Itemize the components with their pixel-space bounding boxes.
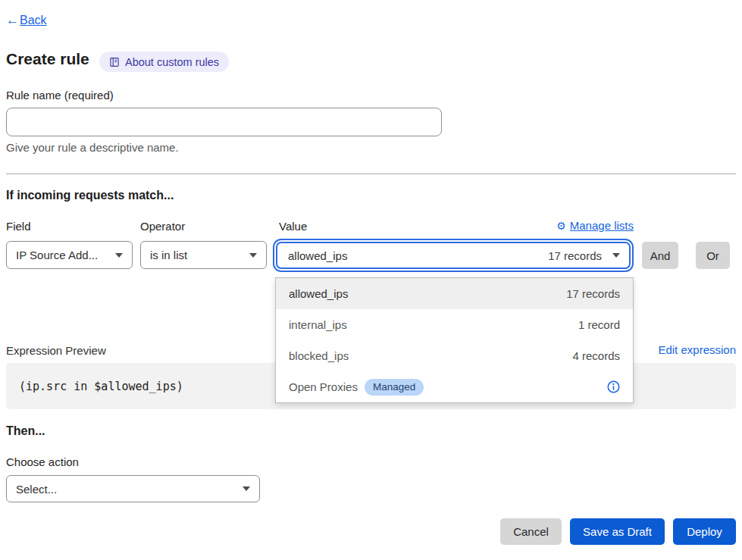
field-select-value: IP Source Add... [16, 249, 109, 261]
chevron-down-icon [115, 253, 123, 258]
or-button[interactable]: Or [696, 242, 730, 269]
about-badge-label: About custom rules [125, 56, 219, 68]
value-dropdown-menu: allowed_ips 17 records internal_ips 1 re… [275, 277, 634, 403]
list-item-name: internal_ips [289, 318, 571, 331]
value-select-value: allowed_ips [288, 249, 542, 262]
list-item-internal-ips[interactable]: internal_ips 1 record [276, 309, 633, 340]
list-item-name: Open Proxies [289, 380, 358, 393]
rule-name-helper: Give your rule a descriptive name. [6, 141, 179, 154]
chevron-down-icon [612, 253, 620, 258]
choose-action-label: Choose action [6, 455, 79, 468]
rule-name-input[interactable] [6, 108, 442, 136]
save-as-draft-button[interactable]: Save as Draft [570, 518, 665, 545]
list-item-name: allowed_ips [289, 287, 559, 300]
edit-expression-link[interactable]: Edit expression [658, 343, 736, 356]
list-item-open-proxies[interactable]: Open Proxies Managed [276, 371, 633, 402]
operator-select-value: is in list [150, 249, 243, 261]
then-section-heading: Then... [6, 424, 45, 438]
and-button[interactable]: And [642, 242, 678, 269]
value-select[interactable]: allowed_ips 17 records [276, 242, 631, 269]
rule-name-label: Rule name (required) [6, 89, 114, 102]
list-item-name: blocked_ips [289, 349, 565, 362]
expression-code: (ip.src in $allowed_ips) [19, 380, 183, 393]
back-link[interactable]: ←Back [6, 13, 47, 28]
section-divider [6, 174, 736, 174]
info-icon[interactable] [607, 380, 620, 393]
cancel-button[interactable]: Cancel [500, 518, 562, 545]
value-select-records: 17 records [548, 249, 602, 262]
list-item-records: 1 record [578, 318, 620, 331]
about-custom-rules-badge[interactable]: About custom rules [99, 52, 229, 72]
list-item-allowed-ips[interactable]: allowed_ips 17 records [276, 278, 633, 309]
manage-lists-link[interactable]: ⚙ Manage lists [556, 219, 634, 232]
chevron-down-icon [249, 253, 257, 258]
back-arrow-icon: ← [6, 13, 19, 28]
expression-preview-label: Expression Preview [6, 344, 106, 357]
field-select[interactable]: IP Source Add... [6, 241, 133, 269]
managed-badge: Managed [365, 379, 424, 396]
list-item-blocked-ips[interactable]: blocked_ips 4 records [276, 340, 633, 371]
list-item-records: 4 records [572, 349, 620, 362]
action-select-placeholder: Select... [16, 483, 236, 496]
field-label: Field [6, 220, 31, 233]
value-label: Value [279, 220, 307, 233]
page-title: Create rule [6, 50, 89, 68]
operator-select[interactable]: is in list [140, 241, 267, 269]
manage-lists-label: Manage lists [570, 219, 634, 232]
operator-label: Operator [140, 220, 185, 233]
gear-icon: ⚙ [556, 221, 566, 231]
match-section-heading: If incoming requests match... [6, 189, 174, 202]
action-select[interactable]: Select... [6, 475, 260, 502]
list-item-records: 17 records [566, 287, 620, 300]
chevron-down-icon [243, 486, 250, 491]
back-link-label: Back [20, 14, 47, 27]
deploy-button[interactable]: Deploy [673, 518, 736, 545]
book-icon [109, 57, 120, 67]
